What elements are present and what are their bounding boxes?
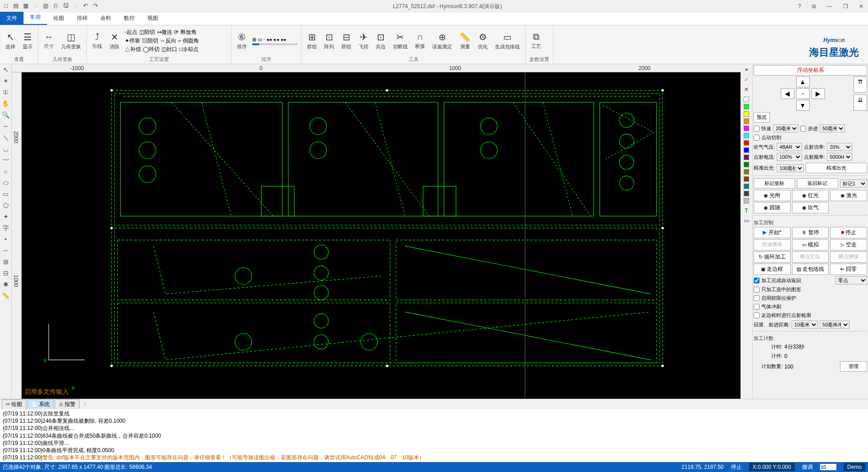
drawing-viewport[interactable]: X Y 启用多文件输入 bbox=[22, 72, 741, 399]
manage-button[interactable]: 管理 bbox=[840, 361, 867, 372]
shutter-button[interactable]: ◉ 光闸 bbox=[754, 190, 791, 201]
tool-select-icon[interactable]: ↖ bbox=[1, 66, 10, 75]
tool-star-icon[interactable]: ✦ bbox=[1, 213, 10, 222]
tool-飞切[interactable]: ✈飞切 bbox=[357, 31, 370, 51]
tool-more-icon[interactable]: ✱ bbox=[1, 281, 10, 290]
tool-polygon-icon[interactable]: ⬠ bbox=[1, 202, 10, 211]
precise-light-button[interactable]: 精准出光 bbox=[806, 163, 867, 173]
tool-测量[interactable]: 📏测量 bbox=[458, 31, 472, 51]
gas-checkbox[interactable] bbox=[754, 304, 760, 310]
process-params-button[interactable]: ⧉工艺 bbox=[529, 31, 543, 51]
tool-切断线[interactable]: ✂切断线 bbox=[391, 31, 410, 51]
clear-button[interactable]: ✕清除 bbox=[108, 31, 121, 51]
tool-node-icon[interactable]: ✶ bbox=[1, 77, 10, 86]
opt-row[interactable]: ✦停靠▥阴切↔反向⌐ 倒圆角 bbox=[125, 37, 199, 45]
layer-swatch[interactable] bbox=[743, 154, 750, 161]
frame-button[interactable]: ▣ 走边框 bbox=[754, 264, 791, 275]
layer-swatch[interactable] bbox=[743, 190, 750, 197]
follow-button[interactable]: ◉ 跟随 bbox=[754, 202, 791, 213]
tab-nc[interactable]: 数控 bbox=[118, 12, 141, 25]
layer-swatch[interactable] bbox=[743, 96, 750, 103]
simulate-button[interactable]: ▭ 模拟 bbox=[792, 239, 829, 250]
x-icon[interactable]: ✕ bbox=[743, 86, 750, 93]
close-icon[interactable]: ✕ bbox=[856, 3, 866, 9]
redo-icon[interactable]: ↷ bbox=[91, 2, 99, 10]
target-icon[interactable]: ⌖ bbox=[743, 66, 750, 73]
jog-right-button[interactable]: ▶ bbox=[811, 88, 825, 99]
layer-swatch[interactable] bbox=[743, 139, 750, 146]
lead-button[interactable]: ⤴引线 bbox=[90, 31, 104, 51]
btab-alarm[interactable]: ⚠ 报警 bbox=[55, 399, 80, 410]
help-icon[interactable]: ? bbox=[795, 3, 804, 9]
tool-桥接[interactable]: ∩桥接 bbox=[413, 31, 427, 51]
layer-swatch[interactable] bbox=[743, 175, 750, 183]
tool-point-icon[interactable]: • bbox=[1, 236, 10, 245]
layer-swatch[interactable] bbox=[743, 132, 750, 139]
fast-speed-select[interactable]: 20毫米 bbox=[773, 124, 798, 132]
jog-up-button[interactable]: ▲ bbox=[796, 76, 810, 87]
onlysel-checkbox[interactable] bbox=[754, 287, 760, 293]
qat-disk-icon[interactable]: 🖫 bbox=[61, 2, 70, 10]
tab-common[interactable]: 常用 bbox=[24, 11, 47, 25]
tool-误差测定[interactable]: ⊕误差测定 bbox=[430, 31, 454, 51]
btab-system[interactable]: 📄 系统 bbox=[27, 399, 54, 410]
dry-run-button[interactable]: ▷ 空走 bbox=[830, 239, 867, 250]
tool-group-icon[interactable]: ⊞ bbox=[1, 258, 10, 267]
tool-生成包络线[interactable]: ▭生成包络线 bbox=[493, 31, 522, 51]
coord-system-select[interactable]: 浮动坐标系 bbox=[754, 65, 867, 76]
loop-button[interactable]: ↻ 循环加工 bbox=[754, 251, 791, 263]
transform-button[interactable]: ◫几何变换 bbox=[59, 31, 83, 51]
softlim-checkbox[interactable] bbox=[754, 295, 760, 301]
qat-print-icon[interactable]: ⎙ bbox=[52, 2, 60, 10]
layer-swatch[interactable] bbox=[743, 103, 750, 110]
size-button[interactable]: ↔尺寸 bbox=[42, 31, 56, 51]
tool-优化[interactable]: ⚙优化 bbox=[476, 31, 490, 51]
autoreturn-checkbox[interactable] bbox=[754, 278, 760, 283]
rect-small-icon[interactable]: ▭ bbox=[743, 217, 750, 224]
redlight-button[interactable]: ◉ 红光 bbox=[792, 190, 829, 201]
jog-left-button[interactable]: ◀ bbox=[781, 88, 794, 99]
layer-swatch[interactable] bbox=[743, 146, 750, 154]
preview-button[interactable]: 预览 bbox=[754, 112, 770, 123]
tool-arc-icon[interactable]: ◡ bbox=[1, 145, 10, 154]
pause-button[interactable]: ⏸ 暂停 bbox=[792, 227, 829, 238]
breakpoint-pos-button[interactable]: 断点定位 bbox=[792, 251, 829, 263]
bf1-select[interactable]: 10毫米 bbox=[792, 321, 818, 329]
pframe-button[interactable]: ▨ 走包络线 bbox=[792, 264, 829, 275]
tool-seq-icon[interactable]: ① bbox=[1, 89, 10, 98]
tool-line-icon[interactable]: ＼ bbox=[1, 134, 10, 143]
layer-swatch[interactable] bbox=[743, 125, 750, 132]
layer-swatch[interactable] bbox=[743, 197, 750, 204]
start-button[interactable]: ▶ 开始* bbox=[754, 227, 791, 238]
bf2-select[interactable]: 50毫米/秒 bbox=[820, 321, 849, 329]
display-button[interactable]: ☰显示 bbox=[21, 31, 34, 51]
opt-row[interactable]: △补偿◯环切◫封口□冷却点 bbox=[125, 46, 199, 53]
minimize-icon[interactable]: — bbox=[824, 3, 835, 9]
text-t-icon[interactable]: T bbox=[743, 207, 750, 214]
tab-draw[interactable]: 绘图 bbox=[47, 12, 71, 25]
tool-rect-icon[interactable]: ▭ bbox=[1, 190, 10, 199]
tab-file[interactable]: 文件 bbox=[0, 12, 24, 25]
return-mark-button[interactable]: 返回标记 bbox=[797, 178, 839, 189]
jog-down-button[interactable]: ▼ bbox=[796, 100, 810, 111]
home-button[interactable]: ⇤ 回零 bbox=[830, 264, 867, 275]
jog-center-button[interactable]: ◦ bbox=[796, 88, 810, 99]
layer-swatch[interactable] bbox=[743, 161, 750, 168]
fast-checkbox[interactable] bbox=[754, 126, 760, 132]
pout-select[interactable]: 100毫秒 bbox=[777, 164, 804, 172]
layer-swatch[interactable] bbox=[743, 110, 750, 118]
z-up-button[interactable]: ⇈ bbox=[854, 76, 867, 93]
sort-button[interactable]: ⑥排序 bbox=[235, 31, 249, 51]
breakpoint-cont-button[interactable]: 断点继续 bbox=[830, 251, 867, 263]
fast-continue-button[interactable]: 快速继续 bbox=[754, 239, 791, 250]
tool-阵列[interactable]: ⊡阵列 bbox=[322, 31, 336, 51]
tool-共边[interactable]: ⊡共边 bbox=[374, 31, 387, 51]
ribbon-toggle-icon[interactable]: ⧉ bbox=[809, 3, 819, 9]
qat-open-icon[interactable]: ▤ bbox=[12, 2, 20, 10]
dfreq-select[interactable]: 5000Hz bbox=[827, 153, 852, 161]
select-button[interactable]: ↖选择 bbox=[4, 31, 17, 51]
tab-nest[interactable]: 排样 bbox=[71, 12, 94, 25]
check-icon[interactable]: ✓ bbox=[743, 76, 750, 83]
qat-grid-icon[interactable]: ▥ bbox=[42, 2, 50, 10]
dpow-select[interactable]: 20% bbox=[827, 143, 852, 151]
